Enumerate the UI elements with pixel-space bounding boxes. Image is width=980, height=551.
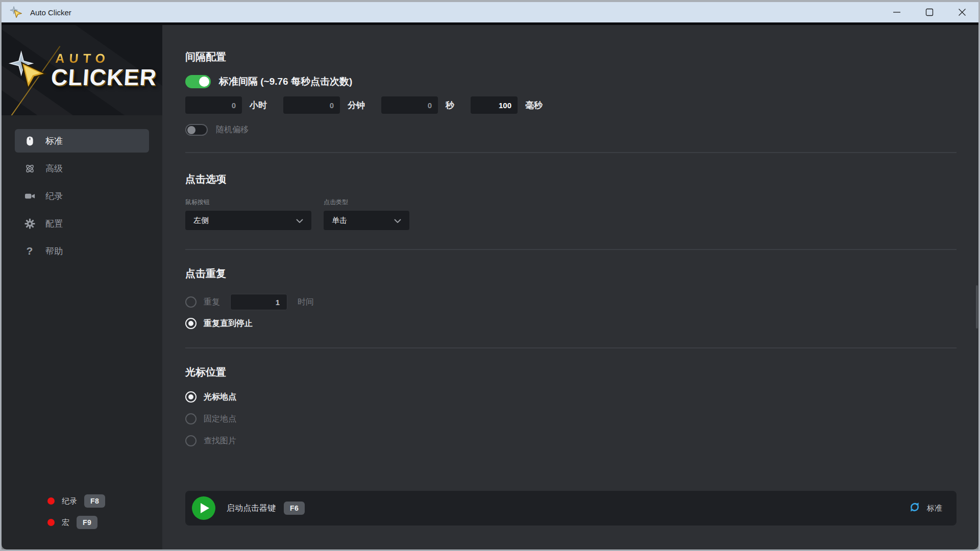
window-controls: [880, 2, 978, 22]
minutes-unit-label: 分钟: [348, 99, 365, 111]
macro-dot-icon: [47, 519, 55, 526]
sidebar-item-label: 纪录: [45, 190, 63, 202]
start-clicker-label: 启动点击器键: [227, 503, 276, 514]
atom-icon: [24, 163, 35, 174]
cursor-location-label: 光标地点: [204, 392, 236, 403]
random-offset-label: 随机偏移: [216, 124, 249, 135]
milliseconds-input[interactable]: [471, 96, 518, 114]
maximize-button[interactable]: [913, 2, 946, 22]
hours-input[interactable]: [185, 96, 242, 114]
sidebar-item-help[interactable]: ? 帮助: [15, 239, 149, 263]
random-offset-toggle[interactable]: [185, 124, 208, 136]
logo-line2: CLICKER: [50, 66, 157, 89]
repeat-times-suffix: 时间: [298, 297, 314, 308]
app-cursor-icon: [10, 6, 23, 19]
minimize-button[interactable]: [880, 2, 913, 22]
hours-unit-label: 小时: [250, 99, 267, 111]
cursor-position-section-title: 光标位置: [185, 365, 957, 379]
interval-section-title: 间隔配置: [185, 50, 957, 64]
sync-icon: [909, 501, 921, 515]
hotkey-panel: 纪录 F8 宏 F9: [2, 494, 105, 529]
repeat-until-stopped-radio[interactable]: [185, 318, 197, 329]
click-type-dropdown[interactable]: 单击: [324, 211, 409, 230]
seconds-input[interactable]: [381, 96, 438, 114]
logo-cursor-icon: [7, 48, 48, 92]
click-type-label: 点击类型: [324, 198, 348, 207]
chevron-down-icon: [394, 216, 401, 225]
repeat-times-radio[interactable]: [185, 296, 197, 308]
sidebar-item-config[interactable]: 配置: [15, 212, 149, 235]
video-icon: [24, 190, 35, 202]
record-hotkey-row: 纪录 F8: [47, 494, 105, 508]
record-hotkey-label: 纪录: [62, 496, 77, 506]
gear-icon: [24, 218, 35, 229]
window-title: Auto Clicker: [30, 8, 71, 17]
milliseconds-unit-label: 毫秒: [525, 99, 543, 111]
standard-interval-label: 标准间隔 (~9.76 每秒点击次数): [219, 75, 352, 88]
play-icon: [200, 503, 210, 514]
sidebar-item-record[interactable]: 纪录: [15, 184, 149, 208]
action-bar: 启动点击器键 F6 标准: [185, 491, 957, 525]
cursor-location-radio[interactable]: [185, 391, 197, 403]
repeat-count-input[interactable]: [230, 294, 287, 310]
start-clicker-button[interactable]: [192, 496, 215, 520]
question-icon: ?: [24, 245, 35, 257]
chevron-down-icon: [296, 216, 303, 225]
logo-text: AUTO CLICKER: [50, 52, 158, 89]
title-bar: Auto Clicker: [2, 2, 978, 22]
standard-interval-toggle[interactable]: [185, 75, 211, 88]
logo-panel: AUTO CLICKER: [2, 25, 162, 115]
main-content: 间隔配置 标准间隔 (~9.76 每秒点击次数) 小时 分钟 秒 毫秒 随机偏移: [162, 25, 978, 549]
mouse-button-label: 鼠标按钮: [185, 198, 324, 207]
interval-time-row: 小时 分钟 秒 毫秒: [185, 96, 957, 114]
record-dot-icon: [47, 497, 55, 505]
fixed-location-radio[interactable]: [185, 413, 197, 424]
section-divider: [185, 152, 957, 153]
fixed-location-label: 固定地点: [204, 414, 236, 424]
sidebar-item-standard[interactable]: 标准: [15, 129, 149, 153]
close-button[interactable]: [946, 2, 978, 22]
section-divider: [185, 249, 957, 250]
app-window: Auto Clicker: [0, 0, 980, 551]
sidebar: AUTO CLICKER 标准: [2, 25, 162, 549]
logo-line1: AUTO: [55, 52, 159, 65]
repeat-times-label: 重复: [204, 297, 220, 308]
sidebar-item-label: 高级: [45, 163, 63, 174]
click-options-section-title: 点击选项: [185, 172, 957, 186]
mouse-icon: [24, 135, 35, 146]
seconds-unit-label: 秒: [446, 99, 454, 111]
sidebar-item-label: 配置: [45, 218, 63, 230]
sidebar-item-advanced[interactable]: 高级: [15, 157, 149, 180]
repeat-until-stopped-label: 重复直到停止: [204, 318, 253, 329]
mode-label: 标准: [927, 504, 942, 513]
click-repeat-section-title: 点击重复: [185, 267, 957, 281]
sidebar-nav: 标准 高级 纪录: [2, 115, 162, 263]
click-type-value: 单击: [332, 216, 347, 226]
mouse-button-value: 左侧: [193, 216, 209, 226]
sidebar-item-label: 标准: [45, 135, 63, 147]
find-image-label: 查找图片: [204, 436, 236, 446]
record-hotkey-badge: F8: [84, 494, 105, 508]
minutes-input[interactable]: [283, 96, 340, 114]
start-hotkey-badge: F6: [284, 502, 305, 515]
mouse-button-dropdown[interactable]: 左侧: [185, 211, 311, 230]
macro-hotkey-row: 宏 F9: [47, 516, 105, 529]
find-image-radio[interactable]: [185, 435, 197, 446]
macro-hotkey-label: 宏: [62, 518, 69, 528]
scrollbar-thumb[interactable]: [976, 285, 978, 329]
sidebar-item-label: 帮助: [45, 245, 63, 257]
macro-hotkey-badge: F9: [77, 516, 97, 529]
section-divider: [185, 347, 957, 348]
